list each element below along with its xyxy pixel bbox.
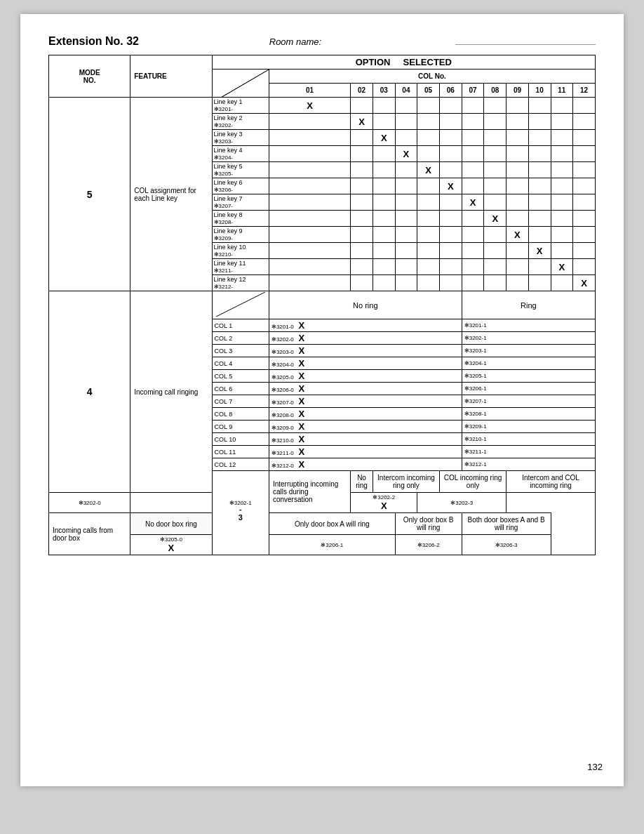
col-no-header: COL No. [269, 70, 595, 84]
linekey-10-cell: Line key 10✻3210- [212, 243, 269, 259]
lk1-c7 [462, 98, 484, 114]
col-incoming-option: COL incoming ring only [439, 471, 506, 493]
no-ring-header: No ring [269, 291, 462, 319]
no-doorbox-option: No door box ring [130, 513, 212, 535]
lk1-c3 [373, 98, 395, 114]
col12-ring: ✻3212-1 [462, 458, 595, 471]
mode-4-label: 4 [49, 291, 130, 493]
svg-line-0 [213, 70, 269, 98]
col5-no-ring: ✻3205-0 X [269, 370, 462, 383]
col9-ring: ✻3209-1 [462, 421, 595, 433]
col6-no-ring: ✻3206-0 X [269, 383, 462, 395]
col1-ring: ✻3201-1 [462, 319, 595, 332]
linekey-4-cell: Line key 4✻3204- [212, 146, 269, 162]
lk1-c8 [484, 98, 507, 114]
col5-label: COL 5 [212, 370, 269, 383]
col12-label: COL 12 [212, 458, 269, 471]
col10-no-ring: ✻3210-0 X [269, 433, 462, 446]
col-01: 01 [269, 84, 350, 98]
col-03: 03 [373, 84, 395, 98]
col10-ring: ✻3210-1 [462, 433, 595, 446]
page-number: 132 [587, 762, 603, 772]
col-04: 04 [395, 84, 417, 98]
lk1-c2 [351, 98, 373, 114]
col2-label: COL 2 [212, 332, 269, 345]
col12-no-ring: ✻3212-0 X [269, 458, 462, 471]
col7-no-ring: ✻3207-0 X [269, 395, 462, 408]
room-name-spacer [455, 44, 596, 45]
mode-neg3-label: -3 [212, 471, 269, 555]
page-header: Extension No. 32 Room name: [48, 35, 596, 48]
col2-ring: ✻3202-1 [462, 332, 595, 345]
door-b-code: ✻3206-2 [395, 535, 462, 555]
linekey-12-cell: Line key 12✻3212- [212, 275, 269, 291]
col6-label: COL 6 [212, 383, 269, 395]
col4-label: COL 4 [212, 357, 269, 370]
linekey-9-cell: Line key 9✻3209- [212, 227, 269, 243]
header-row-1: MODENO. FEATURE OPTION SELECTED [49, 55, 596, 70]
mode3-s2-codes: ✻3205-0X ✻3206-1 ✻3206-2 ✻3206-3 [49, 535, 596, 555]
linekey-7-cell: Line key 7✻3207- [212, 194, 269, 211]
col-09: 09 [507, 84, 529, 98]
page: Extension No. 32 Room name: MODENO. FEAT… [20, 14, 624, 786]
extension-title: Extension No. 32 [48, 35, 139, 48]
col9-label: COL 9 [212, 421, 269, 433]
linekey-11-cell: Line key 11✻3211- [212, 259, 269, 275]
col-07: 07 [462, 84, 484, 98]
mode3-s2-header: Incoming calls from door box No door box… [49, 513, 596, 535]
room-name-label: Room name: [269, 37, 321, 47]
col-08: 08 [484, 84, 507, 98]
col10-label: COL 10 [212, 433, 269, 446]
lk1-c4 [395, 98, 417, 114]
linekey-6-cell: Line key 6✻3206- [212, 178, 269, 194]
col3-no-ring: ✻3203-0 X [269, 345, 462, 357]
col11-no-ring: ✻3211-0 X [269, 446, 462, 458]
lk1-c12 [573, 98, 596, 114]
no-ring-code: ✻3202-0 [49, 493, 130, 513]
door-a-option: Only door box A will ring [269, 513, 395, 535]
both-door-option: Both door boxes A and B will ring [462, 513, 551, 535]
linekey-1-cell: Line key 1 ✻3201- [212, 98, 269, 114]
both-incoming-option: Intercom and COL incoming ring [507, 471, 596, 493]
col2-no-ring: ✻3202-0 X [269, 332, 462, 345]
ring-header: Ring [462, 291, 595, 319]
mode-5-feature: COL assignment for each Line key [130, 98, 212, 291]
lk1-c1: X [269, 98, 350, 114]
col11-ring: ✻3211-1 [462, 446, 595, 458]
col7-ring: ✻3207-1 [462, 395, 595, 408]
lk1-c6 [439, 98, 462, 114]
diagonal-cell [212, 70, 269, 98]
col11-label: COL 11 [212, 446, 269, 458]
linekey-8-cell: Line key 8✻3208- [212, 211, 269, 227]
door-a-code: ✻3206-1 [269, 535, 395, 555]
col-ring-code: ✻3202-2X [351, 493, 417, 513]
linekey-5-cell: Line key 5✻3205- [212, 162, 269, 178]
lk1-c5 [417, 98, 440, 114]
col-02: 02 [351, 84, 373, 98]
linekey-2-cell: Line key 2✻3202- [212, 114, 269, 130]
lk1-c11 [551, 98, 573, 114]
mode-4-feature: Incoming call ringing [130, 291, 212, 493]
intercom-incoming-option: Intercom incoming ring only [373, 471, 439, 493]
both-door-code: ✻3206-3 [462, 535, 551, 555]
lk1-c9 [507, 98, 529, 114]
door-b-option: Only door box B will ring [395, 513, 462, 535]
both-ring-code: ✻3202-3 [417, 493, 507, 513]
x-mark: X [307, 100, 313, 111]
mode-5-label: 5 [49, 98, 130, 291]
col8-label: COL 8 [212, 408, 269, 421]
col8-no-ring: ✻3208-0 X [269, 408, 462, 421]
no-ring-option: No ring [351, 471, 373, 493]
main-table: MODENO. FEATURE OPTION SELECTED COL No. … [48, 55, 596, 555]
option-selected-header: OPTION SELECTED [212, 55, 595, 70]
col-12: 12 [573, 84, 596, 98]
mode4-diag-cell [212, 291, 269, 319]
no-doorbox-code: ✻3205-0X [130, 535, 212, 555]
feature-header: FEATURE [130, 55, 212, 98]
mode4-header-row: 4 Incoming call ringing No ring Ring [49, 291, 596, 319]
svg-line-1 [216, 292, 265, 317]
mode-no-header: MODENO. [49, 55, 130, 98]
linekey-1-code: ✻3201- [214, 106, 233, 112]
col7-label: COL 7 [212, 395, 269, 408]
col-10: 10 [528, 84, 551, 98]
